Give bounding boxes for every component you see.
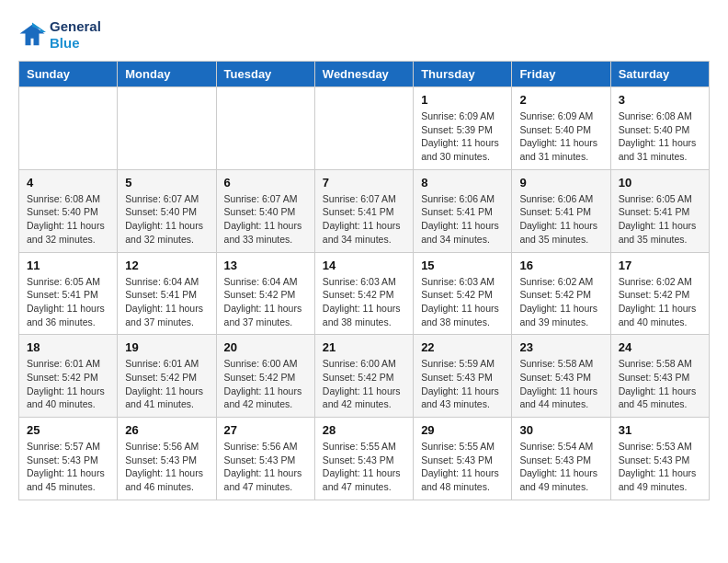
calendar-cell: 13 Sunrise: 6:04 AMSunset: 5:42 PMDaylig… bbox=[216, 252, 314, 335]
day-info: Sunrise: 6:08 AMSunset: 5:40 PMDaylight:… bbox=[27, 192, 109, 247]
day-number: 23 bbox=[519, 340, 602, 354]
calendar-cell: 19 Sunrise: 6:01 AMSunset: 5:42 PMDaylig… bbox=[118, 335, 216, 418]
day-number: 7 bbox=[323, 176, 405, 190]
calendar-cell: 4 Sunrise: 6:08 AMSunset: 5:40 PMDayligh… bbox=[19, 169, 118, 252]
calendar-cell bbox=[216, 87, 314, 170]
day-number: 5 bbox=[125, 176, 208, 190]
calendar-cell: 20 Sunrise: 6:00 AMSunset: 5:42 PMDaylig… bbox=[216, 335, 314, 418]
day-info: Sunrise: 6:09 AMSunset: 5:39 PMDaylight:… bbox=[421, 109, 504, 164]
day-info: Sunrise: 6:07 AMSunset: 5:41 PMDaylight:… bbox=[323, 192, 405, 247]
calendar-week-1: 1 Sunrise: 6:09 AMSunset: 5:39 PMDayligh… bbox=[19, 87, 710, 170]
day-info: Sunrise: 5:55 AMSunset: 5:43 PMDaylight:… bbox=[323, 440, 405, 494]
day-info: Sunrise: 5:59 AMSunset: 5:43 PMDaylight:… bbox=[421, 357, 504, 411]
weekday-header-row: SundayMondayTuesdayWednesdayThursdayFrid… bbox=[19, 62, 710, 87]
calendar-table: SundayMondayTuesdayWednesdayThursdayFrid… bbox=[18, 61, 710, 500]
calendar-cell: 10 Sunrise: 6:05 AMSunset: 5:41 PMDaylig… bbox=[610, 169, 709, 252]
day-number: 20 bbox=[224, 340, 307, 354]
day-number: 9 bbox=[519, 176, 602, 190]
day-info: Sunrise: 6:06 AMSunset: 5:41 PMDaylight:… bbox=[421, 192, 504, 247]
day-info: Sunrise: 6:03 AMSunset: 5:42 PMDaylight:… bbox=[323, 275, 405, 329]
day-info: Sunrise: 6:06 AMSunset: 5:41 PMDaylight:… bbox=[519, 192, 602, 247]
day-info: Sunrise: 6:01 AMSunset: 5:42 PMDaylight:… bbox=[125, 357, 208, 411]
day-info: Sunrise: 5:56 AMSunset: 5:43 PMDaylight:… bbox=[224, 440, 307, 494]
weekday-header-monday: Monday bbox=[118, 62, 216, 87]
calendar-week-4: 18 Sunrise: 6:01 AMSunset: 5:42 PMDaylig… bbox=[19, 335, 710, 418]
day-info: Sunrise: 6:02 AMSunset: 5:42 PMDaylight:… bbox=[519, 275, 602, 329]
calendar-cell: 17 Sunrise: 6:02 AMSunset: 5:42 PMDaylig… bbox=[610, 252, 709, 335]
day-info: Sunrise: 6:03 AMSunset: 5:42 PMDaylight:… bbox=[421, 275, 504, 329]
day-number: 11 bbox=[27, 259, 109, 272]
calendar-cell: 5 Sunrise: 6:07 AMSunset: 5:40 PMDayligh… bbox=[118, 169, 216, 252]
day-info: Sunrise: 6:08 AMSunset: 5:40 PMDaylight:… bbox=[619, 109, 701, 164]
calendar-cell: 30 Sunrise: 5:54 AMSunset: 5:43 PMDaylig… bbox=[512, 418, 610, 500]
day-number: 21 bbox=[323, 340, 405, 354]
day-info: Sunrise: 5:55 AMSunset: 5:43 PMDaylight:… bbox=[421, 440, 504, 494]
day-info: Sunrise: 5:54 AMSunset: 5:43 PMDaylight:… bbox=[519, 440, 602, 494]
calendar-week-2: 4 Sunrise: 6:08 AMSunset: 5:40 PMDayligh… bbox=[19, 169, 710, 252]
calendar-cell: 28 Sunrise: 5:55 AMSunset: 5:43 PMDaylig… bbox=[314, 418, 413, 500]
calendar-cell: 6 Sunrise: 6:07 AMSunset: 5:40 PMDayligh… bbox=[216, 169, 314, 252]
day-number: 26 bbox=[125, 423, 208, 437]
day-number: 14 bbox=[323, 259, 405, 272]
day-number: 16 bbox=[519, 259, 602, 272]
day-number: 12 bbox=[125, 259, 208, 272]
day-number: 4 bbox=[27, 176, 109, 190]
calendar-cell: 23 Sunrise: 5:58 AMSunset: 5:43 PMDaylig… bbox=[512, 335, 610, 418]
calendar-cell bbox=[314, 87, 413, 170]
day-info: Sunrise: 5:57 AMSunset: 5:43 PMDaylight:… bbox=[27, 440, 109, 494]
calendar-cell: 1 Sunrise: 6:09 AMSunset: 5:39 PMDayligh… bbox=[414, 87, 512, 170]
calendar-cell: 15 Sunrise: 6:03 AMSunset: 5:42 PMDaylig… bbox=[414, 252, 512, 335]
calendar-cell: 24 Sunrise: 5:58 AMSunset: 5:43 PMDaylig… bbox=[610, 335, 709, 418]
calendar-cell bbox=[118, 87, 216, 170]
day-number: 8 bbox=[421, 176, 504, 190]
day-number: 22 bbox=[421, 340, 504, 354]
weekday-header-tuesday: Tuesday bbox=[216, 62, 314, 87]
day-number: 31 bbox=[619, 423, 701, 437]
page-header: General Blue bbox=[18, 18, 710, 52]
calendar-cell: 2 Sunrise: 6:09 AMSunset: 5:40 PMDayligh… bbox=[512, 87, 610, 170]
calendar-cell: 29 Sunrise: 5:55 AMSunset: 5:43 PMDaylig… bbox=[414, 418, 512, 500]
day-info: Sunrise: 6:07 AMSunset: 5:40 PMDaylight:… bbox=[224, 192, 307, 247]
day-number: 30 bbox=[519, 423, 602, 437]
day-number: 25 bbox=[27, 423, 109, 437]
weekday-header-wednesday: Wednesday bbox=[314, 62, 413, 87]
day-number: 19 bbox=[125, 340, 208, 354]
calendar-cell: 21 Sunrise: 6:00 AMSunset: 5:42 PMDaylig… bbox=[314, 335, 413, 418]
calendar-cell: 7 Sunrise: 6:07 AMSunset: 5:41 PMDayligh… bbox=[314, 169, 413, 252]
day-number: 15 bbox=[421, 259, 504, 272]
weekday-header-sunday: Sunday bbox=[19, 62, 118, 87]
calendar-cell: 18 Sunrise: 6:01 AMSunset: 5:42 PMDaylig… bbox=[19, 335, 118, 418]
day-info: Sunrise: 6:07 AMSunset: 5:40 PMDaylight:… bbox=[125, 192, 208, 247]
day-info: Sunrise: 6:00 AMSunset: 5:42 PMDaylight:… bbox=[224, 357, 307, 411]
calendar-cell: 31 Sunrise: 5:53 AMSunset: 5:43 PMDaylig… bbox=[610, 418, 709, 500]
day-number: 17 bbox=[619, 259, 701, 272]
day-number: 18 bbox=[27, 340, 109, 354]
day-info: Sunrise: 6:02 AMSunset: 5:42 PMDaylight:… bbox=[619, 275, 701, 329]
day-info: Sunrise: 5:53 AMSunset: 5:43 PMDaylight:… bbox=[619, 440, 701, 494]
calendar-cell: 8 Sunrise: 6:06 AMSunset: 5:41 PMDayligh… bbox=[414, 169, 512, 252]
day-info: Sunrise: 5:58 AMSunset: 5:43 PMDaylight:… bbox=[519, 357, 602, 411]
day-info: Sunrise: 6:04 AMSunset: 5:42 PMDaylight:… bbox=[224, 275, 307, 329]
day-number: 27 bbox=[224, 423, 307, 437]
day-number: 29 bbox=[421, 423, 504, 437]
day-number: 3 bbox=[619, 93, 701, 107]
calendar-cell: 22 Sunrise: 5:59 AMSunset: 5:43 PMDaylig… bbox=[414, 335, 512, 418]
day-number: 24 bbox=[619, 340, 701, 354]
calendar-cell: 26 Sunrise: 5:56 AMSunset: 5:43 PMDaylig… bbox=[118, 418, 216, 500]
day-info: Sunrise: 6:01 AMSunset: 5:42 PMDaylight:… bbox=[27, 357, 109, 411]
calendar-cell: 25 Sunrise: 5:57 AMSunset: 5:43 PMDaylig… bbox=[19, 418, 118, 500]
day-number: 13 bbox=[224, 259, 307, 272]
calendar-cell: 12 Sunrise: 6:04 AMSunset: 5:41 PMDaylig… bbox=[118, 252, 216, 335]
svg-marker-0 bbox=[20, 25, 45, 46]
day-number: 10 bbox=[619, 176, 701, 190]
day-number: 28 bbox=[323, 423, 405, 437]
day-info: Sunrise: 5:58 AMSunset: 5:43 PMDaylight:… bbox=[619, 357, 701, 411]
day-info: Sunrise: 6:05 AMSunset: 5:41 PMDaylight:… bbox=[27, 275, 109, 329]
calendar-week-5: 25 Sunrise: 5:57 AMSunset: 5:43 PMDaylig… bbox=[19, 418, 710, 500]
calendar-cell: 27 Sunrise: 5:56 AMSunset: 5:43 PMDaylig… bbox=[216, 418, 314, 500]
weekday-header-friday: Friday bbox=[512, 62, 610, 87]
day-number: 2 bbox=[519, 93, 602, 107]
weekday-header-thursday: Thursday bbox=[414, 62, 512, 87]
logo-icon bbox=[18, 21, 46, 49]
calendar-cell: 11 Sunrise: 6:05 AMSunset: 5:41 PMDaylig… bbox=[19, 252, 118, 335]
